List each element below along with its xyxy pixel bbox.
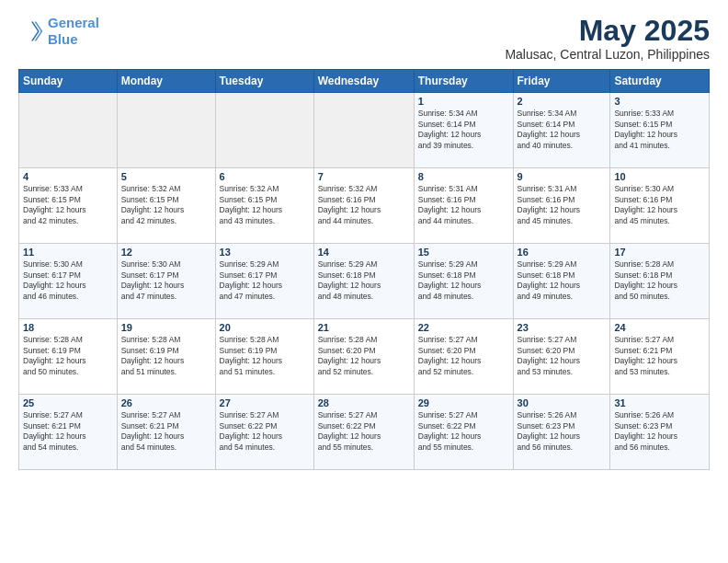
day-info: Sunrise: 5:27 AM Sunset: 6:22 PM Dayligh…	[318, 410, 410, 453]
day-number: 17	[614, 247, 705, 258]
day-info: Sunrise: 5:28 AM Sunset: 6:20 PM Dayligh…	[318, 335, 410, 377]
day-info: Sunrise: 5:29 AM Sunset: 6:18 PM Dayligh…	[318, 259, 410, 302]
calendar-cell: 15Sunrise: 5:29 AM Sunset: 6:18 PM Dayli…	[414, 244, 513, 319]
calendar-cell: 26Sunrise: 5:27 AM Sunset: 6:21 PM Dayli…	[117, 395, 215, 470]
day-info: Sunrise: 5:33 AM Sunset: 6:15 PM Dayligh…	[614, 109, 705, 151]
day-info: Sunrise: 5:26 AM Sunset: 6:23 PM Dayligh…	[518, 410, 607, 453]
day-info: Sunrise: 5:26 AM Sunset: 6:23 PM Dayligh…	[614, 410, 705, 453]
day-info: Sunrise: 5:27 AM Sunset: 6:20 PM Dayligh…	[518, 335, 607, 377]
calendar-cell: 24Sunrise: 5:27 AM Sunset: 6:21 PM Dayli…	[610, 319, 710, 395]
day-number: 12	[121, 247, 211, 258]
calendar-cell: 1Sunrise: 5:34 AM Sunset: 6:14 PM Daylig…	[414, 93, 513, 168]
calendar: SundayMondayTuesdayWednesdayThursdayFrid…	[18, 69, 710, 470]
day-info: Sunrise: 5:27 AM Sunset: 6:21 PM Dayligh…	[23, 410, 113, 453]
day-number: 11	[23, 247, 113, 258]
title-block: May 2025 Malusac, Central Luzon, Philipp…	[505, 15, 710, 62]
day-info: Sunrise: 5:29 AM Sunset: 6:17 PM Dayligh…	[220, 259, 310, 302]
calendar-cell: 9Sunrise: 5:31 AM Sunset: 6:16 PM Daylig…	[513, 168, 610, 244]
day-number: 6	[220, 171, 310, 182]
day-info: Sunrise: 5:34 AM Sunset: 6:14 PM Dayligh…	[518, 109, 607, 151]
day-info: Sunrise: 5:34 AM Sunset: 6:14 PM Dayligh…	[418, 109, 509, 151]
logo-line2: Blue	[48, 31, 78, 47]
calendar-cell: 25Sunrise: 5:27 AM Sunset: 6:21 PM Dayli…	[19, 395, 118, 470]
calendar-cell: 31Sunrise: 5:26 AM Sunset: 6:23 PM Dayli…	[610, 395, 710, 470]
calendar-cell: 5Sunrise: 5:32 AM Sunset: 6:15 PM Daylig…	[117, 168, 215, 244]
day-number: 16	[518, 247, 607, 258]
calendar-cell: 6Sunrise: 5:32 AM Sunset: 6:15 PM Daylig…	[215, 168, 313, 244]
day-info: Sunrise: 5:30 AM Sunset: 6:16 PM Dayligh…	[614, 184, 705, 226]
calendar-cell: 8Sunrise: 5:31 AM Sunset: 6:16 PM Daylig…	[414, 168, 513, 244]
calendar-cell: 17Sunrise: 5:28 AM Sunset: 6:18 PM Dayli…	[610, 244, 710, 319]
subtitle: Malusac, Central Luzon, Philippines	[505, 47, 710, 62]
day-number: 10	[614, 171, 705, 182]
day-info: Sunrise: 5:30 AM Sunset: 6:17 PM Dayligh…	[23, 259, 113, 302]
day-number: 26	[121, 397, 211, 408]
weekday-header-friday: Friday	[513, 70, 610, 93]
calendar-cell: 10Sunrise: 5:30 AM Sunset: 6:16 PM Dayli…	[610, 168, 710, 244]
day-number: 27	[220, 397, 310, 408]
day-number: 3	[614, 96, 705, 107]
calendar-cell	[215, 93, 313, 168]
calendar-cell: 16Sunrise: 5:29 AM Sunset: 6:18 PM Dayli…	[513, 244, 610, 319]
day-info: Sunrise: 5:27 AM Sunset: 6:21 PM Dayligh…	[121, 410, 211, 453]
day-info: Sunrise: 5:33 AM Sunset: 6:15 PM Dayligh…	[23, 184, 113, 226]
day-number: 20	[220, 322, 310, 333]
day-number: 8	[418, 171, 509, 182]
day-info: Sunrise: 5:27 AM Sunset: 6:20 PM Dayligh…	[418, 335, 509, 377]
day-info: Sunrise: 5:27 AM Sunset: 6:22 PM Dayligh…	[220, 410, 310, 453]
day-number: 1	[418, 96, 509, 107]
day-number: 19	[121, 322, 211, 333]
day-info: Sunrise: 5:32 AM Sunset: 6:16 PM Dayligh…	[318, 184, 410, 226]
calendar-cell: 13Sunrise: 5:29 AM Sunset: 6:17 PM Dayli…	[215, 244, 313, 319]
day-info: Sunrise: 5:27 AM Sunset: 6:22 PM Dayligh…	[418, 410, 509, 453]
day-number: 9	[518, 171, 607, 182]
day-number: 5	[121, 171, 211, 182]
calendar-cell: 28Sunrise: 5:27 AM Sunset: 6:22 PM Dayli…	[313, 395, 414, 470]
calendar-cell: 4Sunrise: 5:33 AM Sunset: 6:15 PM Daylig…	[19, 168, 118, 244]
day-number: 2	[518, 96, 607, 107]
calendar-cell: 12Sunrise: 5:30 AM Sunset: 6:17 PM Dayli…	[117, 244, 215, 319]
day-number: 23	[518, 322, 607, 333]
day-info: Sunrise: 5:29 AM Sunset: 6:18 PM Dayligh…	[418, 259, 509, 302]
page: General Blue May 2025 Malusac, Central L…	[0, 0, 728, 563]
day-number: 7	[318, 171, 410, 182]
day-info: Sunrise: 5:29 AM Sunset: 6:18 PM Dayligh…	[518, 259, 607, 302]
day-number: 24	[614, 322, 705, 333]
logo-icon	[18, 18, 44, 44]
weekday-header-monday: Monday	[117, 70, 215, 93]
day-number: 30	[518, 397, 607, 408]
calendar-cell: 2Sunrise: 5:34 AM Sunset: 6:14 PM Daylig…	[513, 93, 610, 168]
day-number: 28	[318, 397, 410, 408]
calendar-cell: 21Sunrise: 5:28 AM Sunset: 6:20 PM Dayli…	[313, 319, 414, 395]
day-number: 15	[418, 247, 509, 258]
main-title: May 2025	[505, 15, 710, 47]
calendar-cell: 23Sunrise: 5:27 AM Sunset: 6:20 PM Dayli…	[513, 319, 610, 395]
svg-marker-1	[31, 22, 40, 41]
day-number: 13	[220, 247, 310, 258]
day-number: 22	[418, 322, 509, 333]
logo-text: General Blue	[48, 15, 99, 48]
day-info: Sunrise: 5:28 AM Sunset: 6:19 PM Dayligh…	[23, 335, 113, 377]
logo: General Blue	[18, 15, 99, 48]
day-number: 29	[418, 397, 509, 408]
calendar-cell: 30Sunrise: 5:26 AM Sunset: 6:23 PM Dayli…	[513, 395, 610, 470]
day-info: Sunrise: 5:32 AM Sunset: 6:15 PM Dayligh…	[220, 184, 310, 226]
calendar-cell: 22Sunrise: 5:27 AM Sunset: 6:20 PM Dayli…	[414, 319, 513, 395]
calendar-cell: 18Sunrise: 5:28 AM Sunset: 6:19 PM Dayli…	[19, 319, 118, 395]
calendar-cell: 19Sunrise: 5:28 AM Sunset: 6:19 PM Dayli…	[117, 319, 215, 395]
calendar-cell: 3Sunrise: 5:33 AM Sunset: 6:15 PM Daylig…	[610, 93, 710, 168]
calendar-cell: 7Sunrise: 5:32 AM Sunset: 6:16 PM Daylig…	[313, 168, 414, 244]
day-info: Sunrise: 5:31 AM Sunset: 6:16 PM Dayligh…	[418, 184, 509, 226]
day-number: 4	[23, 171, 113, 182]
day-info: Sunrise: 5:28 AM Sunset: 6:19 PM Dayligh…	[121, 335, 211, 377]
day-number: 14	[318, 247, 410, 258]
day-number: 18	[23, 322, 113, 333]
calendar-cell	[19, 93, 118, 168]
day-info: Sunrise: 5:32 AM Sunset: 6:15 PM Dayligh…	[121, 184, 211, 226]
day-info: Sunrise: 5:27 AM Sunset: 6:21 PM Dayligh…	[614, 335, 705, 377]
calendar-cell	[117, 93, 215, 168]
day-info: Sunrise: 5:28 AM Sunset: 6:19 PM Dayligh…	[220, 335, 310, 377]
day-info: Sunrise: 5:28 AM Sunset: 6:18 PM Dayligh…	[614, 259, 705, 302]
weekday-header-sunday: Sunday	[19, 70, 118, 93]
calendar-cell: 11Sunrise: 5:30 AM Sunset: 6:17 PM Dayli…	[19, 244, 118, 319]
